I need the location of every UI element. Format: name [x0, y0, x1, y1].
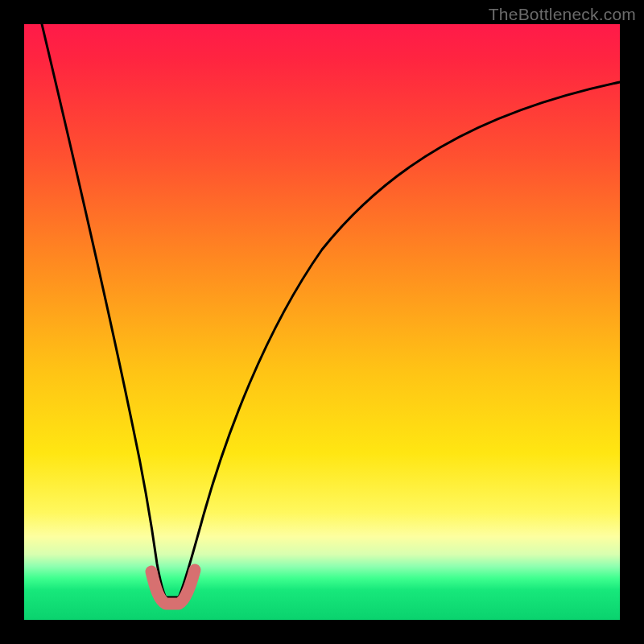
optimal-range-marker	[151, 570, 195, 604]
bottleneck-curve	[24, 24, 620, 620]
watermark-text: TheBottleneck.com	[489, 5, 636, 24]
chart-frame: TheBottleneck.com	[0, 0, 644, 644]
curve-path	[42, 24, 620, 597]
chart-plot-area	[24, 24, 620, 620]
